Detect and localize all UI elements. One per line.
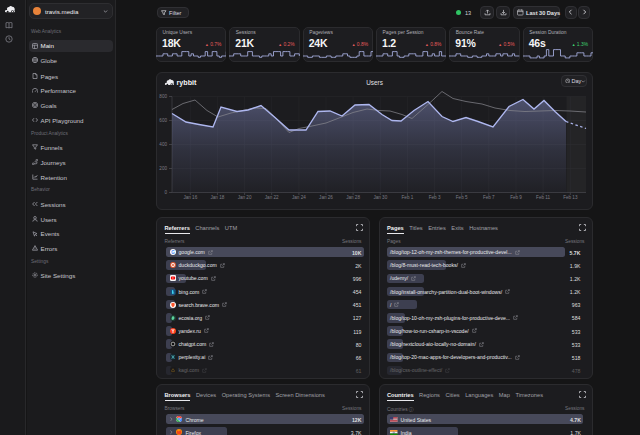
- svg-text:Feb 3: Feb 3: [429, 194, 441, 199]
- svg-text:800: 800: [159, 94, 167, 99]
- svg-text:200: 200: [159, 166, 167, 171]
- svg-text:Feb 9: Feb 9: [510, 194, 522, 199]
- svg-text:Jan 30: Jan 30: [373, 194, 387, 199]
- svg-text:Jan 20: Jan 20: [238, 194, 252, 199]
- svg-text:Feb 1: Feb 1: [402, 194, 414, 199]
- svg-text:Jan 22: Jan 22: [265, 194, 279, 199]
- svg-text:Jan 16: Jan 16: [183, 194, 197, 199]
- svg-text:Feb 11: Feb 11: [536, 194, 550, 199]
- svg-text:Feb 5: Feb 5: [456, 194, 468, 199]
- svg-text:Jan 24: Jan 24: [292, 194, 306, 199]
- svg-text:G: G: [171, 250, 175, 255]
- svg-text:Feb 7: Feb 7: [483, 194, 495, 199]
- svg-text:Jan 26: Jan 26: [319, 194, 333, 199]
- svg-text:0: 0: [164, 190, 167, 195]
- svg-text:Jan 18: Jan 18: [211, 194, 225, 199]
- svg-text:400: 400: [159, 142, 167, 147]
- svg-text:Jan 28: Jan 28: [346, 194, 360, 199]
- svg-text:600: 600: [159, 118, 167, 123]
- svg-text:Feb 13: Feb 13: [563, 194, 578, 199]
